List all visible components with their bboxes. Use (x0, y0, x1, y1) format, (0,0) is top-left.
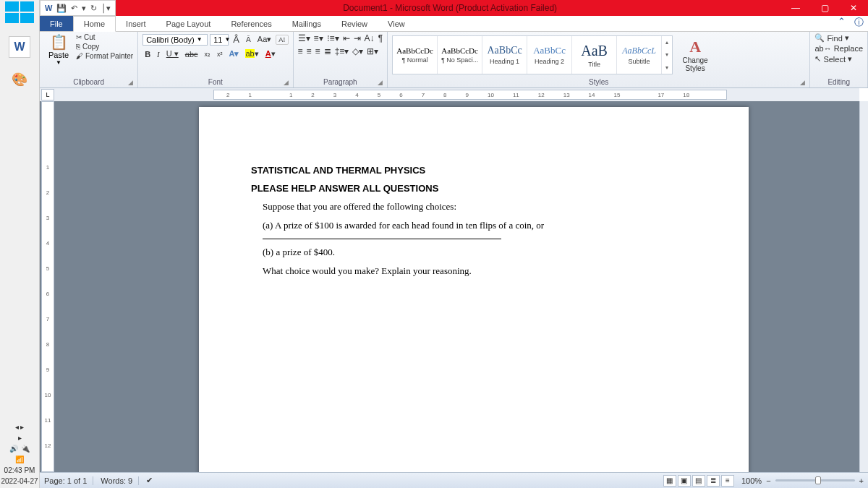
tab-review[interactable]: Review (331, 16, 378, 31)
zoom-level[interactable]: 100% (741, 476, 762, 485)
cut-button[interactable]: ✂Cut (76, 33, 133, 41)
qat-undo-icon[interactable]: ↶ (69, 4, 79, 13)
volume-icon[interactable]: 🔊 (9, 445, 18, 453)
sort-button[interactable]: A↓ (365, 33, 375, 43)
tab-selector-button[interactable]: L (41, 89, 54, 100)
tab-insert[interactable]: Insert (116, 16, 156, 31)
zoom-out-button[interactable]: − (766, 476, 770, 485)
close-button[interactable]: ✕ (839, 0, 868, 16)
numbering-button[interactable]: ≡▾ (314, 33, 323, 43)
line-spacing-button[interactable]: ‡≡▾ (335, 46, 349, 56)
align-left-button[interactable]: ≡ (298, 46, 303, 56)
clear-format-button[interactable]: A⃠ (276, 35, 288, 45)
find-icon: 🔍 (814, 33, 825, 43)
dialog-launcher-icon[interactable]: ◢ (128, 79, 133, 86)
underline-button[interactable]: U ▾ (164, 48, 181, 59)
align-right-button[interactable]: ≡ (315, 46, 320, 56)
format-painter-button[interactable]: 🖌Format Painter (76, 52, 133, 60)
group-font: Calibri (Body)▼ 11▼ Â Ǎ Aa▾ A⃠ B I U ▾… (138, 32, 293, 87)
battery-icon[interactable]: 🔌 (21, 445, 30, 453)
web-layout-view-button[interactable]: ▤ (692, 475, 705, 487)
zoom-slider[interactable] (775, 479, 855, 481)
network-icon[interactable]: 📶 (15, 455, 24, 463)
dialog-launcher-icon[interactable]: ◢ (800, 79, 805, 86)
tab-home[interactable]: Home (73, 16, 116, 32)
full-screen-view-button[interactable]: ▣ (678, 475, 691, 487)
tab-page-layout[interactable]: Page Layout (156, 16, 221, 31)
borders-button[interactable]: ⊞▾ (367, 46, 378, 56)
ribbon-minimize-icon[interactable]: ⌃ (833, 16, 850, 31)
bullets-button[interactable]: ☰▾ (298, 33, 310, 43)
bold-button[interactable]: B (142, 49, 153, 59)
style-item[interactable]: AaBbCcHeading 2 (527, 36, 572, 74)
align-center-button[interactable]: ≡ (307, 46, 312, 56)
font-name-input[interactable]: Calibri (Body)▼ (142, 34, 208, 46)
zoom-in-button[interactable]: + (859, 476, 864, 485)
vertical-ruler[interactable]: 123456789101112 (41, 101, 54, 472)
qat-save-icon[interactable]: 💾 (55, 4, 68, 13)
subscript-button[interactable]: x₂ (203, 50, 213, 59)
decrease-indent-button[interactable]: ⇤ (343, 33, 350, 43)
qat-redo-icon[interactable]: ↻ (89, 4, 98, 13)
replace-label: Replace (834, 44, 863, 53)
style-item[interactable]: AaBTitle (572, 36, 617, 74)
style-item[interactable]: AaBbCcDc¶ No Spaci... (438, 36, 482, 74)
status-page[interactable]: Page: 1 of 1 (44, 476, 93, 485)
print-layout-view-button[interactable]: ▦ (663, 475, 676, 487)
dialog-launcher-icon[interactable]: ◢ (378, 79, 383, 86)
change-case-button[interactable]: Aa▾ (255, 34, 273, 45)
text-effects-button[interactable]: A▾ (227, 48, 242, 59)
styles-scroll[interactable]: ▴▾▾ (662, 36, 672, 74)
paint-app-icon[interactable]: 🎨 (9, 69, 30, 90)
select-button[interactable]: ↖Select ▾ (814, 54, 863, 64)
dialog-launcher-icon[interactable]: ◢ (284, 79, 289, 86)
brush-icon: 🖌 (76, 52, 83, 60)
doc-paragraph: Suppose that you are offered the followi… (263, 201, 697, 213)
multilevel-button[interactable]: ⁝≡▾ (327, 33, 339, 43)
spell-check-icon[interactable]: ✔ (146, 476, 153, 485)
tab-mailings[interactable]: Mailings (282, 16, 331, 31)
styles-group-label: Styles (589, 78, 608, 86)
tab-references[interactable]: References (221, 16, 281, 31)
status-words[interactable]: Words: 9 (101, 476, 139, 485)
ribbon-tabs: File Home Insert Page Layout References … (40, 16, 868, 32)
copy-button[interactable]: ⎘Copy (76, 43, 133, 51)
justify-button[interactable]: ≣ (324, 46, 331, 56)
style-item[interactable]: AaBbCcDc¶ Normal (393, 36, 438, 74)
shrink-font-button[interactable]: Ǎ (244, 35, 253, 44)
show-marks-button[interactable]: ¶ (378, 33, 383, 43)
draft-view-button[interactable]: ≡ (721, 475, 734, 487)
italic-button[interactable]: I (155, 49, 162, 59)
tray-date[interactable]: 2022-04-27 (1, 477, 38, 485)
vertical-scrollbar[interactable] (859, 101, 868, 472)
font-color-button[interactable]: A▾ (263, 48, 278, 59)
help-icon[interactable]: ⓘ (850, 16, 868, 31)
windows-start-icon[interactable] (5, 1, 34, 23)
increase-indent-button[interactable]: ⇥ (354, 33, 361, 43)
style-item[interactable]: AaBbCcHeading 1 (482, 36, 527, 74)
maximize-button[interactable]: ▢ (810, 0, 839, 16)
styles-gallery[interactable]: AaBbCcDc¶ NormalAaBbCcDc¶ No Spaci...AaB… (392, 35, 673, 74)
tray-time[interactable]: 02:43 PM (4, 466, 35, 474)
copy-icon: ⎘ (76, 43, 80, 51)
style-item[interactable]: AaBbCcLSubtitle (617, 36, 662, 74)
replace-button[interactable]: ab↔Replace (814, 44, 863, 53)
tab-file[interactable]: File (40, 16, 73, 31)
document-page[interactable]: STATISTICAL AND THERMAL PHYSICS PLEASE H… (199, 107, 749, 472)
find-button[interactable]: 🔍Find ▾ (814, 33, 863, 43)
paste-button[interactable]: 📋 Paste ▼ (44, 33, 73, 66)
superscript-button[interactable]: x² (215, 50, 225, 59)
shading-button[interactable]: ◇▾ (352, 46, 363, 56)
font-size-input[interactable]: 11▼ (210, 34, 229, 46)
doc-paragraph: What choice would you make? Explain your… (263, 265, 697, 277)
highlight-button[interactable]: ab▾ (243, 48, 260, 59)
change-styles-button[interactable]: A Change Styles (678, 38, 712, 72)
minimize-button[interactable]: — (781, 0, 810, 16)
word-app-icon[interactable]: W (9, 36, 30, 58)
strike-button[interactable]: abc (183, 49, 200, 59)
tab-view[interactable]: View (378, 16, 415, 31)
outline-view-button[interactable]: ≣ (707, 475, 720, 487)
quick-access-toolbar: W 💾 ↶ ▾ ↻ │▾ (40, 0, 116, 16)
grow-font-button[interactable]: Â (231, 33, 242, 46)
horizontal-ruler[interactable]: 211234567891011121314151718 (213, 90, 727, 100)
